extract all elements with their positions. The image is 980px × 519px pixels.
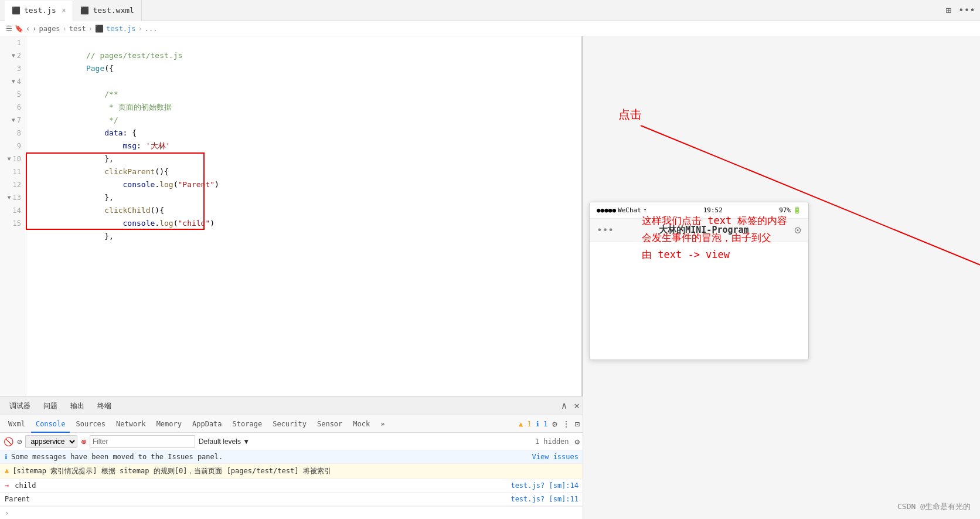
console-filter-clear[interactable]: ⊗ <box>81 437 86 446</box>
console-msg-parent-text: Parent <box>5 495 507 503</box>
devtool-tabs: Wxml Console Sources Network Memory AppD… <box>0 415 583 433</box>
phone-nav-circle[interactable]: ⊙ <box>794 223 801 237</box>
code-line-3 <box>31 62 583 75</box>
console-tabs-right: ∧ ✕ <box>562 400 580 411</box>
child-source[interactable]: test.js? [sm]:14 <box>511 481 579 490</box>
phone-time: 19:52 <box>703 206 723 214</box>
console-close-btn[interactable]: ✕ <box>574 400 580 411</box>
line-7: ▼7 <box>0 114 26 127</box>
tab-bar: ⬛ test.js ✕ ⬛ test.wxml ⊞ ••• <box>0 0 980 21</box>
code-editor: 1 ▼2 3 ▼4 5 6 ▼7 8 9 ▼10 11 12 ▼13 14 15 <box>0 36 583 519</box>
context-selector[interactable]: appservice <box>25 435 77 448</box>
line-5: 5 <box>0 88 26 101</box>
warn-icon: ▲ <box>5 466 9 474</box>
parent-source[interactable]: test.js? [sm]:11 <box>511 495 579 503</box>
crumb-filename: test.js <box>106 25 136 33</box>
phone-area: iPhone 5 100% 16 ▼ 📱 ⬜ 🔊 ⇔ ●●●●● WeChat … <box>583 36 980 519</box>
battery-percent: 97% <box>779 206 791 214</box>
console-tab-output[interactable]: 输出 <box>64 396 90 415</box>
line-9: 9 <box>0 140 26 152</box>
line-15: 15 <box>0 217 26 230</box>
line-12: 12 <box>0 178 26 191</box>
battery-icon: 🔋 <box>793 206 801 214</box>
phone-frame: ●●●●● WeChat ⇡ 19:52 97% 🔋 ••• 大林的MINI-P… <box>589 202 809 360</box>
settings-icon[interactable]: ⚙ <box>552 419 557 429</box>
more-options-icon[interactable]: ••• <box>958 5 975 16</box>
line-14: 14 <box>0 204 26 217</box>
console-clear-icon[interactable]: 🚫 <box>4 437 13 446</box>
devtab-sources[interactable]: Sources <box>71 415 110 433</box>
tab-test-wxml[interactable]: ⬛ test.wxml <box>73 0 141 21</box>
console-minimize-btn[interactable]: ∧ <box>562 400 567 411</box>
code-line-7: data: { <box>31 114 583 127</box>
detach-icon[interactable]: ⊡ <box>575 419 580 429</box>
phone-status-bar: ●●●●● WeChat ⇡ 19:52 97% 🔋 <box>590 202 808 219</box>
breadcrumb-bookmark[interactable]: 🔖 <box>15 25 23 33</box>
signal-dots: ●●●●● <box>597 206 616 214</box>
console-filter-input[interactable] <box>90 435 195 448</box>
line-1: 1 <box>0 36 26 49</box>
phone-nav-title: 大林的MINI-Program <box>659 225 748 236</box>
breadcrumb-back[interactable]: ‹ <box>26 25 30 33</box>
console-toolbar: 🚫 ⊘ appservice ⊗ Default levels ▼ 1 hidd… <box>0 433 583 450</box>
crumb-pages: pages <box>39 25 60 33</box>
line-3: 3 <box>0 62 26 75</box>
levels-dropdown[interactable]: Default levels ▼ <box>199 437 250 446</box>
code-line-5: * 页面的初始数据 <box>31 88 583 101</box>
devtab-storage[interactable]: Storage <box>228 415 267 433</box>
console-stop-icon[interactable]: ⊘ <box>17 437 22 446</box>
devtab-more[interactable]: » <box>376 415 389 433</box>
more-icon[interactable]: ⋮ <box>562 419 570 429</box>
line-10: ▼10 <box>0 152 26 165</box>
xml-icon: ⬛ <box>80 6 89 15</box>
phone-battery: 97% 🔋 <box>779 206 801 214</box>
console-msg-child: → child test.js? [sm]:14 <box>0 479 583 493</box>
tab-test-js[interactable]: ⬛ test.js ✕ <box>5 1 73 22</box>
console-tabs-bar: 调试器 问题 输出 终端 ∧ ✕ <box>0 396 583 415</box>
breadcrumb-forward[interactable]: › <box>32 25 36 33</box>
split-editor-icon[interactable]: ⊞ <box>945 5 951 16</box>
devtab-mock[interactable]: Mock <box>348 415 375 433</box>
tab-close-testjs[interactable]: ✕ <box>62 6 66 14</box>
console-msg-warn: ▲ [sitemap 索引情况提示] 根据 sitemap 的规则[0]，当前页… <box>0 464 583 479</box>
line-13: ▼13 <box>0 191 26 204</box>
hidden-count: 1 hidden <box>535 437 569 446</box>
devtab-network[interactable]: Network <box>111 415 151 433</box>
tab-label-testjs: test.js <box>24 6 56 15</box>
breadcrumb-hamburger[interactable]: ☰ <box>6 25 12 33</box>
code-line-15: }, <box>31 217 583 230</box>
console-settings-icon[interactable]: ⚙ <box>575 437 580 446</box>
devtab-memory[interactable]: Memory <box>152 415 186 433</box>
code-line-6: */ <box>31 101 583 114</box>
tab-label-testwxml: test.wxml <box>93 6 134 15</box>
code-line-11: console.log("Parent") <box>31 165 583 178</box>
console-prompt: › <box>5 509 9 517</box>
console-input-row: › <box>0 506 583 519</box>
code-line-4: /** <box>31 75 583 88</box>
devtab-appdata[interactable]: AppData <box>188 415 227 433</box>
code-line-2: Page({ <box>31 49 583 62</box>
devtab-wxml[interactable]: Wxml <box>4 415 30 433</box>
line-11: 11 <box>0 165 26 178</box>
line-6: 6 <box>0 101 26 114</box>
devtab-console[interactable]: Console <box>31 415 70 433</box>
code-line-14: console.log("child") <box>31 204 583 217</box>
line-4: ▼4 <box>0 75 26 88</box>
console-tab-terminal[interactable]: 终端 <box>91 396 117 415</box>
code-line-10: clickParent(){ <box>31 152 583 165</box>
view-issues-link[interactable]: View issues <box>532 453 579 461</box>
phone-content <box>590 242 808 359</box>
info-icon: ℹ <box>5 453 8 461</box>
devtab-right-actions: ▲ 1 ℹ 1 ⚙ ⋮ ⊡ <box>519 419 580 429</box>
annotation-click: 点击 <box>618 107 642 123</box>
console-tab-issues[interactable]: 问题 <box>38 396 63 415</box>
devtab-security[interactable]: Security <box>268 415 311 433</box>
console-tab-debugger[interactable]: 调试器 <box>4 396 36 415</box>
phone-nav-dots[interactable]: ••• <box>597 225 614 236</box>
console-msg-info-text: Some messages have been moved to the Iss… <box>11 453 529 461</box>
devtab-sensor[interactable]: Sensor <box>312 415 347 433</box>
console-input[interactable] <box>11 509 579 517</box>
console-msg-warn-text: [sitemap 索引情况提示] 根据 sitemap 的规则[0]，当前页面 … <box>12 466 579 476</box>
console-msg-child-text: child <box>15 481 507 490</box>
wifi-icon: ⇡ <box>643 206 647 214</box>
